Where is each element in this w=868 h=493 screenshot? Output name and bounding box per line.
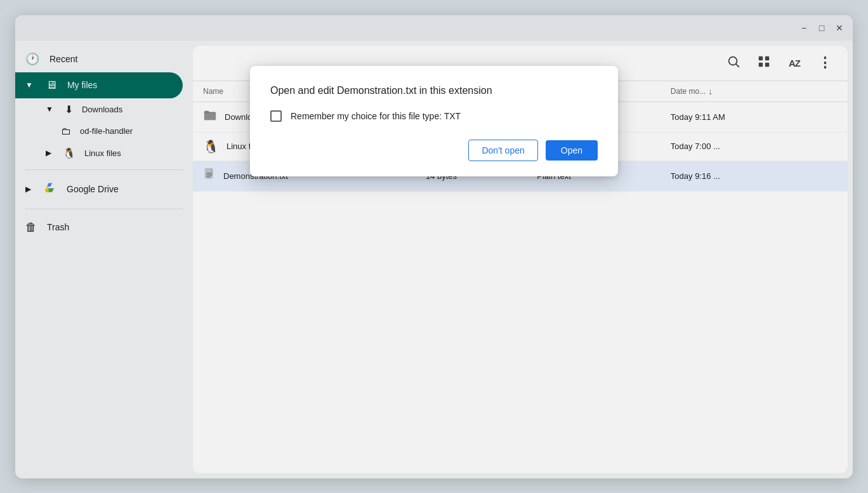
dialog-title: Open and edit Demonstration.txt in this … xyxy=(270,84,598,98)
dont-open-button[interactable]: Don't open xyxy=(468,140,537,161)
open-with-dialog: Open and edit Demonstration.txt in this … xyxy=(250,66,618,176)
dialog-overlay: Open and edit Demonstration.txt in this … xyxy=(15,15,853,478)
remember-choice-row: Remember my choice for this file type: T… xyxy=(270,110,598,122)
open-button[interactable]: Open xyxy=(546,140,598,161)
dialog-actions: Don't open Open xyxy=(270,140,598,161)
remember-choice-checkbox[interactable] xyxy=(270,110,282,122)
app-window: − □ ✕ 🕐 Recent ▼ 🖥 My files ▼ xyxy=(15,15,853,478)
remember-choice-label: Remember my choice for this file type: T… xyxy=(291,111,461,121)
